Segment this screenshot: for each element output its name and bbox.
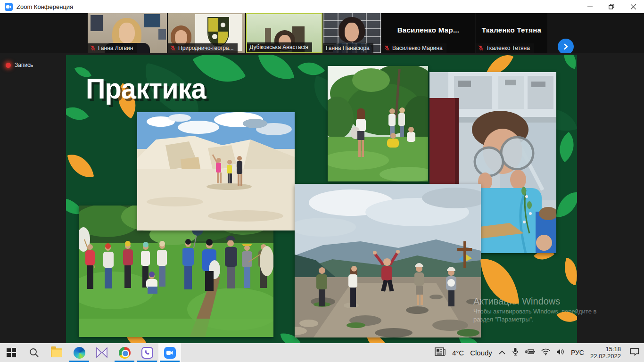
wifi-icon	[541, 348, 550, 355]
participant-tile-vasylenko[interactable]: Василенко Мар... Василенко Марина	[382, 13, 475, 53]
wall-picture	[158, 29, 166, 40]
system-tray: 4°C Cloudy	[435, 343, 644, 362]
file-explorer-button[interactable]	[45, 343, 68, 362]
participant-tile-ganna-panasiura[interactable]: Ганна Панасюра	[323, 13, 381, 53]
windows-start-icon	[7, 348, 16, 357]
search-icon	[29, 347, 39, 358]
viber-button[interactable]	[136, 343, 158, 362]
speaker-icon	[556, 348, 565, 355]
next-participants-button[interactable]	[558, 39, 574, 55]
participant-tile-ganna-logvyn[interactable]: Ганна Логвин	[88, 13, 167, 53]
media-player-button[interactable]	[91, 343, 113, 362]
zoom-app-icon	[5, 3, 13, 11]
media-player-icon	[96, 347, 107, 358]
participant-name-label: Природничо-геогра...	[168, 43, 238, 53]
volume-tray-button[interactable]	[556, 348, 565, 357]
leaf-decoration	[560, 55, 577, 69]
muted-mic-icon	[170, 45, 176, 51]
tray-time: 15:18	[590, 346, 621, 353]
edge-browser-icon	[74, 347, 85, 359]
battery-tray-button[interactable]	[525, 348, 535, 357]
close-button[interactable]	[622, 0, 644, 13]
microphone-icon	[512, 347, 519, 356]
weather-condition[interactable]: Cloudy	[470, 349, 492, 357]
zoom-meeting-window: Zoom Конференция Ганна Логвин	[0, 0, 644, 362]
photo-mountain-summit	[295, 184, 481, 337]
slide-title: Практика	[86, 72, 206, 105]
wall-picture	[144, 14, 160, 27]
window-title: Zoom Конференция	[17, 3, 73, 10]
muted-mic-icon	[90, 45, 96, 51]
muted-mic-icon	[384, 45, 390, 51]
action-center-button[interactable]	[630, 348, 639, 358]
chevron-up-icon	[498, 350, 506, 355]
zoom-app-button[interactable]	[158, 343, 181, 362]
muted-mic-icon	[478, 45, 484, 51]
notification-icon	[630, 348, 639, 356]
leaf-decoration	[556, 190, 577, 219]
wall-picture	[91, 15, 103, 31]
taskbar-apps	[0, 343, 181, 362]
leaf-decoration	[258, 55, 295, 85]
weather-temperature[interactable]: 4°C	[452, 349, 464, 357]
presentation-slide: Практика	[66, 55, 577, 343]
hidden-icons-button[interactable]	[498, 348, 506, 357]
photo-forest-meadow	[328, 66, 428, 181]
participant-tile-tkalenko[interactable]: Ткаленко Тетяна Ткаленко Тетяна	[476, 13, 547, 53]
participant-name-label: Ганна Панасюра	[323, 43, 373, 53]
tray-date: 22.02.2022	[590, 353, 621, 360]
clock[interactable]: 15:18 22.02.2022	[590, 346, 621, 360]
participant-name-label: Дубіковська Анастасія	[247, 42, 312, 52]
photo-chalk-cliffs	[137, 112, 295, 230]
news-icon	[435, 347, 446, 356]
zoom-taskbar-icon	[164, 347, 176, 359]
participant-name-label: Василенко Марина	[382, 43, 446, 53]
viber-icon	[141, 347, 153, 359]
start-button[interactable]	[0, 343, 23, 362]
edge-browser-button[interactable]	[68, 343, 91, 362]
recording-indicator: Запись	[6, 62, 33, 68]
news-widget-button[interactable]	[435, 347, 446, 358]
battery-icon	[525, 348, 535, 355]
file-explorer-icon	[51, 348, 62, 357]
recording-dot-icon	[6, 63, 11, 68]
participant-display-name: Ткаленко Тетяна	[476, 13, 547, 47]
language-indicator[interactable]: РУС	[571, 349, 584, 356]
leaf-decoration	[67, 151, 94, 181]
windows-taskbar: 4°C Cloudy	[0, 343, 644, 362]
participants-strip: Ганна Логвин Природничо-геогра...	[0, 13, 644, 53]
participant-tile-dubikovska-active-speaker[interactable]: Дубіковська Анастасія	[246, 13, 322, 53]
microphone-tray-button[interactable]	[512, 347, 519, 358]
network-tray-button[interactable]	[541, 348, 550, 357]
restore-button[interactable]	[601, 0, 622, 13]
faculty-coat-of-arms	[207, 17, 229, 46]
search-button[interactable]	[23, 343, 45, 362]
participant-display-name: Василенко Мар...	[382, 13, 475, 47]
titlebar: Zoom Конференция	[0, 0, 644, 13]
participant-name-label: Ганна Логвин	[88, 43, 137, 53]
participant-tile-faculty[interactable]: Природничо-геогра...	[168, 13, 245, 53]
chrome-browser-button[interactable]	[113, 343, 136, 362]
participant-name-label: Ткаленко Тетяна	[476, 43, 534, 53]
chevron-right-icon	[562, 43, 569, 50]
minimize-button[interactable]	[579, 0, 601, 13]
chrome-browser-icon	[119, 347, 131, 359]
